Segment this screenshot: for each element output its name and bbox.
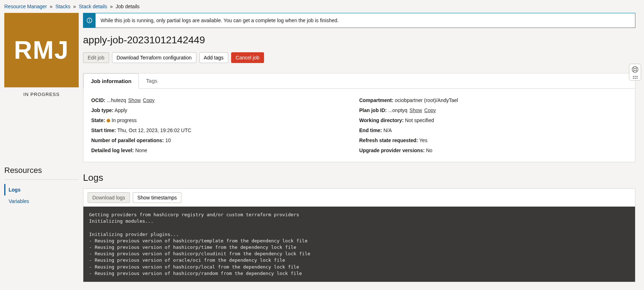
svg-point-4 (634, 68, 636, 71)
planjob-show-link[interactable]: Show (410, 107, 422, 113)
svg-line-6 (636, 67, 637, 68)
info-banner: While this job is running, only partial … (83, 13, 635, 28)
drag-handle-icon (633, 76, 638, 79)
life-ring-icon (631, 66, 639, 74)
page-title: apply-job-20231012142449 (83, 34, 635, 46)
svg-line-8 (636, 71, 637, 72)
planjob-copy-link[interactable]: Copy (424, 107, 436, 113)
resources-heading: Resources (4, 166, 79, 180)
show-timestamps-button[interactable]: Show timestamps (133, 192, 181, 203)
state-value: In progress (112, 117, 137, 123)
tab-tags[interactable]: Tags (139, 73, 165, 88)
upgrade-label: Upgrade provider versions: (359, 148, 425, 153)
ocid-show-link[interactable]: Show (128, 97, 141, 103)
starttime-value: Thu, Oct 12, 2023, 19:26:02 UTC (117, 127, 191, 133)
job-tabset: Job information Tags OCID: ...hutezqShow… (83, 73, 635, 162)
state-label: State: (91, 117, 105, 123)
download-logs-button[interactable]: Download logs (88, 192, 130, 203)
edit-job-button[interactable]: Edit job (83, 52, 109, 63)
add-tags-button[interactable]: Add tags (199, 52, 228, 63)
jobtype-label: Job type: (91, 107, 113, 113)
breadcrumb-link-resource-manager[interactable]: Resource Manager (4, 4, 47, 9)
planjob-label: Plan job ID: (359, 107, 387, 113)
ocid-copy-link[interactable]: Copy (143, 97, 155, 103)
info-banner-text: While this job is running, only partial … (96, 13, 343, 28)
download-terraform-button[interactable]: Download Terraform configuration (112, 52, 196, 63)
resource-status: IN PROGRESS (4, 87, 79, 101)
logs-panel: Download logs Show timestamps Getting pr… (83, 188, 635, 282)
parallel-value: 10 (165, 137, 171, 143)
breadcrumb-link-stacks[interactable]: Stacks (55, 4, 70, 9)
log-output: Getting providers from hashicorp registr… (83, 207, 635, 282)
planjob-value: ...onptyq (388, 107, 408, 113)
svg-line-5 (633, 67, 634, 68)
info-icon (83, 13, 96, 28)
logs-heading: Logs (83, 172, 635, 183)
starttime-label: Start time: (91, 127, 116, 133)
compartment-label: Compartment: (359, 97, 394, 103)
endtime-value: N/A (384, 127, 392, 133)
breadcrumb: Resource Manager » Stacks » Stack detail… (0, 0, 644, 13)
loglevel-label: Detailed log level: (91, 148, 134, 153)
action-bar: Edit job Download Terraform configuratio… (83, 52, 635, 63)
parallel-label: Number of parallel operations: (91, 137, 164, 143)
workdir-label: Working directory: (359, 117, 404, 123)
resources-item-logs[interactable]: Logs (4, 184, 79, 195)
upgrade-value: No (426, 148, 433, 153)
resource-avatar-text: RMJ (14, 36, 69, 64)
endtime-label: End time: (359, 127, 382, 133)
breadcrumb-current: Job details (116, 4, 140, 9)
jobtype-value: Apply (114, 107, 127, 113)
resource-avatar: RMJ (4, 13, 79, 87)
loglevel-value: None (135, 148, 147, 153)
refresh-value: Yes (419, 137, 428, 143)
state-dot-icon (107, 119, 110, 122)
tab-job-information[interactable]: Job information (83, 73, 139, 89)
resources-item-variables[interactable]: Variables (4, 195, 79, 207)
ocid-label: OCID: (91, 97, 106, 103)
breadcrumb-link-stack-details[interactable]: Stack details (79, 4, 107, 9)
help-widget[interactable] (629, 64, 641, 81)
svg-line-7 (633, 71, 634, 72)
ocid-value: ...hutezq (107, 97, 126, 103)
cancel-job-button[interactable]: Cancel job (231, 52, 264, 63)
workdir-value: Not specified (405, 117, 434, 123)
compartment-value: ociobpartner (root)/AndyTael (395, 97, 458, 103)
svg-point-2 (89, 19, 90, 19)
refresh-label: Refresh state requested: (359, 137, 418, 143)
